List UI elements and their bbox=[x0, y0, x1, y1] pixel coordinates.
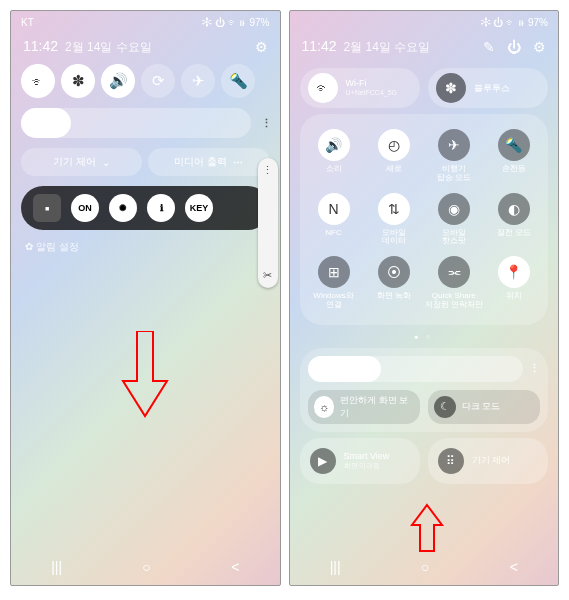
qs-flashlight[interactable]: 🔦손전등 bbox=[484, 124, 544, 188]
page-indicator: ● ○ bbox=[290, 331, 559, 346]
ext-chip[interactable]: KEY bbox=[185, 194, 213, 222]
time: 11:42 bbox=[23, 38, 58, 54]
qs-airplane[interactable]: ✈ bbox=[181, 64, 215, 98]
bottom-tiles: ▶Smart View화면 미러링⠿기기 제어 bbox=[300, 438, 549, 484]
point-up-arrow bbox=[410, 503, 444, 553]
qs-bluetooth[interactable]: ✽ bbox=[61, 64, 95, 98]
status-icons: ✻ ⏻ ᯤ ⊪ bbox=[481, 17, 524, 28]
ext-chip[interactable]: ✺ bbox=[109, 194, 137, 222]
qs-rotate[interactable]: ⟳ bbox=[141, 64, 175, 98]
windows-link-icon: ⊞ bbox=[318, 256, 350, 288]
moon-icon: ☾ bbox=[434, 396, 456, 418]
flashlight-icon: 🔦 bbox=[498, 129, 530, 161]
notification-settings[interactable]: ✿ 알림 설정 bbox=[11, 240, 280, 254]
ext-chip[interactable]: ■ bbox=[33, 194, 61, 222]
power-saving-icon: ◴ bbox=[378, 129, 410, 161]
battery-saver-icon: ◐ bbox=[498, 193, 530, 225]
phone-right: ✻ ⏻ ᯤ ⊪ 97% 11:42 2월 14일 수요일 ✎ ⏻ ⚙ ᯤWi-F… bbox=[289, 10, 560, 586]
nav-recent[interactable]: ||| bbox=[51, 559, 62, 575]
carrier: KT bbox=[21, 17, 34, 28]
edge-panel[interactable]: ⋮ ✂ bbox=[258, 158, 278, 288]
qs-hotspot[interactable]: ◉모바일핫스팟 bbox=[424, 188, 484, 252]
eye-comfort-icon: ☼ bbox=[314, 396, 335, 418]
edit-icon[interactable]: ✎ bbox=[483, 39, 495, 55]
qs-sound[interactable]: 🔊소리 bbox=[304, 124, 364, 188]
battery: 97% bbox=[528, 17, 548, 28]
qs-nfc[interactable]: NNFC bbox=[304, 188, 364, 252]
hotspot-icon: ◉ bbox=[438, 193, 470, 225]
device-control-pill[interactable]: 기기 제어 ⌄ bbox=[21, 148, 142, 176]
qs-screen-record[interactable]: ⦿화면 녹화 bbox=[364, 251, 424, 315]
status-bar: KT ✻ ⏻ ᯤ ⊪ 97% bbox=[11, 11, 280, 34]
swipe-down-arrow bbox=[115, 331, 175, 421]
tile-smart-view[interactable]: ▶Smart View화면 미러링 bbox=[300, 438, 420, 484]
media-output-pill[interactable]: 미디어 출력 ⋯ bbox=[148, 148, 269, 176]
brightness-slider[interactable]: ☀ bbox=[21, 108, 251, 138]
date-row: 11:42 2월 14일 수요일 ✎ ⏻ ⚙ bbox=[290, 34, 559, 64]
display-panel: ☀ ⋮ ☼ 편안하게 화면 보기 ☾ 다크 모드 bbox=[300, 348, 549, 432]
eye-comfort-toggle[interactable]: ☼ 편안하게 화면 보기 bbox=[308, 390, 420, 424]
qs-airplane[interactable]: ✈비행기탑승 모드 bbox=[424, 124, 484, 188]
external-panel[interactable]: ■ON✺ℹKEY ⋮ ✂ bbox=[21, 186, 270, 230]
brightness-more-icon[interactable]: ⋮ bbox=[529, 362, 540, 375]
device-control-icon: ⠿ bbox=[438, 448, 464, 474]
phone-left: KT ✻ ⏻ ᯤ ⊪ 97% 11:42 2월 14일 수요일 ⚙ ᯤ✽🔊⟳✈🔦… bbox=[10, 10, 281, 586]
nav-home[interactable]: ○ bbox=[421, 559, 429, 575]
status-icons: ✻ ⏻ ᯤ ⊪ bbox=[202, 17, 245, 28]
nav-home[interactable]: ○ bbox=[142, 559, 150, 575]
status-bar: ✻ ⏻ ᯤ ⊪ 97% bbox=[290, 11, 559, 34]
qs-quick-share[interactable]: ⫘Quick Share저장된 연락처만 bbox=[424, 251, 484, 315]
nav-bar: ||| ○ < bbox=[11, 549, 280, 585]
quick-share-icon: ⫘ bbox=[438, 256, 470, 288]
qs-flashlight[interactable]: 🔦 bbox=[221, 64, 255, 98]
battery: 97% bbox=[249, 17, 269, 28]
qs-location[interactable]: 📍위치 bbox=[484, 251, 544, 315]
tile-device-control[interactable]: ⠿기기 제어 bbox=[428, 438, 548, 484]
ext-chip[interactable]: ON bbox=[71, 194, 99, 222]
quick-settings-row: ᯤ✽🔊⟳✈🔦 bbox=[11, 64, 280, 98]
date: 2월 14일 수요일 bbox=[65, 40, 152, 54]
location-icon: 📍 bbox=[498, 256, 530, 288]
nfc-icon: N bbox=[318, 193, 350, 225]
more-icon: ⋯ bbox=[233, 157, 243, 168]
top-tiles: ᯤWi-FiU+NetFCC4_5G✽블루투스 bbox=[300, 68, 549, 108]
nav-bar: ||| ○ < bbox=[290, 549, 559, 585]
scissors-icon[interactable]: ✂ bbox=[263, 269, 272, 282]
qs-battery-saver[interactable]: ◐절전 모드 bbox=[484, 188, 544, 252]
dark-mode-toggle[interactable]: ☾ 다크 모드 bbox=[428, 390, 540, 424]
qs-wifi[interactable]: ᯤ bbox=[21, 64, 55, 98]
time: 11:42 bbox=[302, 38, 337, 54]
smart-view-icon: ▶ bbox=[310, 448, 336, 474]
brightness-slider[interactable]: ☀ bbox=[308, 356, 524, 382]
qs-mobile-data[interactable]: ⇅모바일데이터 bbox=[364, 188, 424, 252]
settings-icon[interactable]: ⚙ bbox=[255, 39, 268, 55]
quick-settings-grid: 🔊소리◴세로✈비행기탑승 모드🔦손전등NNFC⇅모바일데이터◉모바일핫스팟◐절전… bbox=[300, 114, 549, 325]
drag-handle-icon[interactable]: ⋮ bbox=[262, 164, 273, 177]
nav-back[interactable]: < bbox=[231, 559, 239, 575]
power-icon[interactable]: ⏻ bbox=[507, 39, 521, 55]
settings-icon[interactable]: ⚙ bbox=[533, 39, 546, 55]
ext-chip[interactable]: ℹ bbox=[147, 194, 175, 222]
tile-wifi[interactable]: ᯤWi-FiU+NetFCC4_5G bbox=[300, 68, 420, 108]
mobile-data-icon: ⇅ bbox=[378, 193, 410, 225]
brightness-more-icon[interactable]: ⋮ bbox=[261, 117, 272, 130]
sound-icon: 🔊 bbox=[318, 129, 350, 161]
nav-back[interactable]: < bbox=[510, 559, 518, 575]
bluetooth-icon: ✽ bbox=[436, 73, 466, 103]
airplane-icon: ✈ bbox=[438, 129, 470, 161]
qs-power-saving[interactable]: ◴세로 bbox=[364, 124, 424, 188]
qs-sound[interactable]: 🔊 bbox=[101, 64, 135, 98]
date-row: 11:42 2월 14일 수요일 ⚙ bbox=[11, 34, 280, 64]
tile-bluetooth[interactable]: ✽블루투스 bbox=[428, 68, 548, 108]
wifi-icon: ᯤ bbox=[308, 73, 338, 103]
chevron-down-icon: ⌄ bbox=[102, 157, 110, 168]
qs-windows-link[interactable]: ⊞Windows와연결 bbox=[304, 251, 364, 315]
screen-record-icon: ⦿ bbox=[378, 256, 410, 288]
date: 2월 14일 수요일 bbox=[344, 40, 431, 54]
nav-recent[interactable]: ||| bbox=[330, 559, 341, 575]
